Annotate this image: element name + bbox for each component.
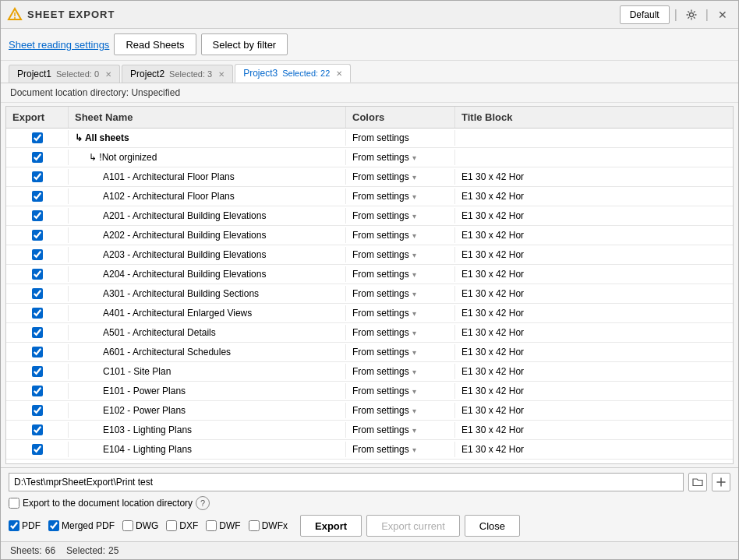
format-item-dwfx: DWFx [249,520,288,531]
row-checkbox[interactable] [32,171,43,182]
row-checkbox[interactable] [32,152,43,163]
title-block-cell: E1 30 x 42 Hor [455,383,733,399]
format-checkbox-pdf[interactable] [9,520,19,531]
table-row: A501 - Architectural DetailsFrom setting… [6,323,733,343]
row-checkbox[interactable] [32,405,43,416]
row-checkbox[interactable] [32,366,43,377]
close-button[interactable]: Close [465,515,520,537]
selected-label: Selected: [66,545,105,556]
export-cell [6,364,69,379]
color-dropdown-arrow[interactable]: ▾ [412,290,416,298]
tab-project1[interactable]: Project1 Selected: 0 ✕ [9,65,120,83]
color-dropdown-arrow[interactable]: ▾ [412,309,416,318]
read-sheets-button[interactable]: Read Sheets [114,33,196,55]
format-checkbox-dwfx[interactable] [249,520,260,531]
default-button[interactable]: Default [620,5,670,24]
tab-project1-close[interactable]: ✕ [105,70,111,79]
color-dropdown-arrow[interactable]: ▾ [412,212,416,220]
path-input[interactable] [9,473,684,491]
row-checkbox[interactable] [32,230,43,241]
color-dropdown-arrow[interactable]: ▾ [412,407,416,415]
header-colors: Colors [346,107,455,128]
color-dropdown-arrow[interactable]: ▾ [412,426,416,435]
title-block-cell: E1 30 x 42 Hor [455,247,733,262]
color-cell: From settings ▾ [346,442,455,457]
add-button[interactable] [712,473,730,491]
tab-project3[interactable]: Project3 Selected: 22 ✕ [235,64,351,83]
format-checkbox-dxf[interactable] [166,520,177,531]
color-dropdown-arrow[interactable]: ▾ [412,192,416,201]
row-checkbox[interactable] [32,308,43,319]
format-checkbox-merged_pdf[interactable] [48,520,59,531]
color-dropdown-arrow[interactable]: ▾ [412,387,416,396]
settings-icon[interactable] [682,5,701,24]
color-value: From settings [352,308,409,319]
color-cell: From settings ▾ [346,169,455,185]
row-checkbox[interactable] [32,444,43,455]
row-checkbox[interactable] [32,386,43,396]
row-checkbox[interactable] [32,347,43,357]
table-row: A202 - Architectural Building Elevations… [6,226,733,245]
export-current-button[interactable]: Export current [366,515,460,537]
color-dropdown-arrow[interactable]: ▾ [412,153,416,162]
color-dropdown-arrow[interactable]: ▾ [412,231,416,240]
tab-project1-selected: Selected: 0 [56,69,99,79]
color-dropdown-arrow[interactable]: ▾ [412,173,416,181]
folder-button[interactable] [688,473,707,491]
sheet-name-cell: ↳ All sheets [69,130,346,146]
tab-project1-name: Project1 [17,69,51,79]
color-dropdown-arrow[interactable]: ▾ [412,251,416,259]
title-block-cell: E1 30 x 42 Hor [455,344,733,360]
title-block-cell: E1 30 x 42 Hor [455,208,733,224]
row-checkbox[interactable] [32,327,43,338]
sheet-name-cell: E101 - Power Plans [69,383,346,399]
color-cell: From settings ▾ [346,364,455,379]
format-label-dxf: DXF [179,520,198,531]
row-checkbox[interactable] [32,249,43,260]
color-dropdown-arrow[interactable]: ▾ [412,270,416,279]
sheet-name-cell: A201 - Architectural Building Elevations [69,208,346,224]
format-checkbox-dwf[interactable] [206,520,217,531]
color-value: From settings [352,249,409,260]
export-button[interactable]: Export [300,515,362,537]
row-checkbox[interactable] [32,269,43,280]
tab-project3-close[interactable]: ✕ [336,69,342,78]
sheet-name-cell: E104 - Lighting Plans [69,442,346,457]
close-icon[interactable]: ✕ [713,5,732,24]
color-dropdown-arrow[interactable]: ▾ [412,368,416,376]
format-checkbox-dwg[interactable] [122,520,133,531]
toolbar: Sheet reading settings Read Sheets Selec… [1,29,738,61]
sheet-name-cell: C101 - Site Plan [69,364,346,379]
row-checkbox[interactable] [32,210,43,221]
color-value: From settings [352,132,409,143]
color-dropdown-arrow[interactable]: ▾ [412,446,416,454]
sheet-name-cell: ↳ !Not orginized [69,150,346,165]
color-cell: From settings ▾ [346,227,455,243]
row-checkbox[interactable] [32,424,43,435]
color-value: From settings [352,269,409,280]
tab-project2-close[interactable]: ✕ [218,70,225,79]
row-checkbox[interactable] [32,132,43,143]
sheet-reading-settings-link[interactable]: Sheet reading settings [9,39,109,51]
color-cell: From settings ▾ [346,403,455,418]
title-block-cell: E1 30 x 42 Hor [455,325,733,340]
table-row: A101 - Architectural Floor PlansFrom set… [6,167,733,187]
color-value: From settings [352,152,409,163]
sheet-name-cell: A203 - Architectural Building Elevations [69,247,346,262]
color-value: From settings [352,327,409,338]
color-dropdown-arrow[interactable]: ▾ [412,329,416,337]
color-value: From settings [352,424,409,435]
color-dropdown-arrow[interactable]: ▾ [412,348,416,357]
export-to-doc-row: Export to the document location director… [9,496,730,510]
row-checkbox[interactable] [32,191,43,202]
title-block-cell [455,136,733,140]
row-checkbox[interactable] [32,288,43,299]
export-cell [6,305,69,321]
tab-project2[interactable]: Project2 Selected: 3 ✕ [122,65,233,83]
export-to-doc-checkbox[interactable] [9,498,19,509]
color-cell: From settings ▾ [346,150,455,165]
help-icon[interactable]: ? [196,496,210,510]
sheet-name-cell: E102 - Power Plans [69,403,346,418]
select-by-filter-button[interactable]: Select by filter [201,33,288,55]
table-row: ↳ !Not orginizedFrom settings ▾ [6,148,733,167]
